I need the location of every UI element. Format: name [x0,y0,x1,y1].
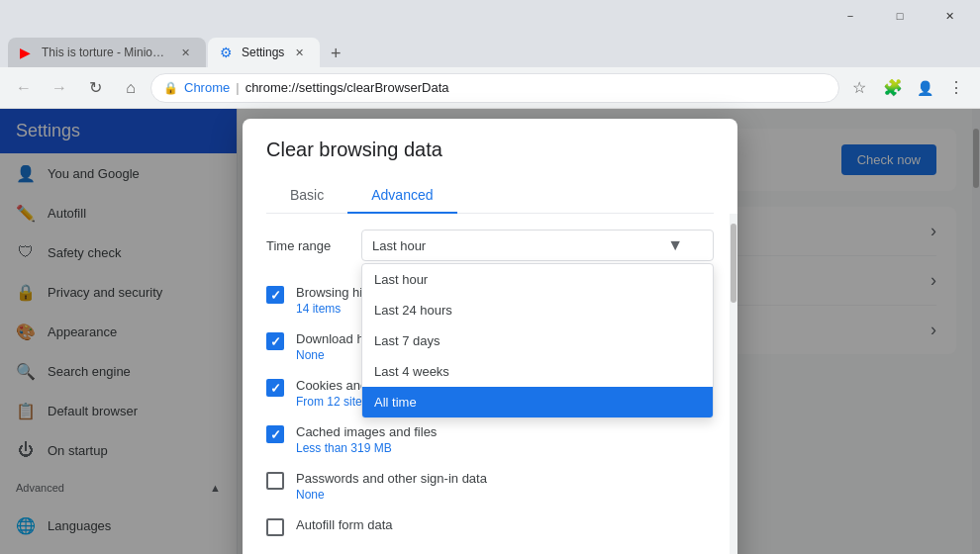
tab-basic[interactable]: Basic [266,177,347,213]
title-bar: − □ ✕ [0,0,980,32]
checkbox-passwords[interactable] [266,472,284,490]
checkbox-content-cached: Cached images and files Less than 319 MB [296,424,714,455]
time-range-row: Time range Last hour ▼ Last hour Last 24… [266,230,714,261]
time-range-select[interactable]: Last hour ▼ [361,230,714,261]
main-layout: Settings 👤 You and Google ✏️ Autofill 🛡 … [0,109,980,554]
clear-browsing-data-dialog: Clear browsing data Basic Advanced Time … [243,119,737,554]
dialog-title: Clear browsing data [266,138,714,161]
checkmark-icon-4: ✓ [270,427,281,442]
checkbox-sublabel-passwords: None [296,488,714,502]
address-bar[interactable]: 🔒 Chrome | chrome://settings/clearBrowse… [150,73,839,103]
reload-button[interactable]: ↻ [79,72,111,104]
select-chevron-icon: ▼ [667,236,683,254]
address-domain: Chrome [184,80,230,95]
checkbox-cached[interactable]: ✓ [266,425,284,443]
option-last-7-days[interactable]: Last 7 days [362,325,713,356]
time-range-dropdown: Last hour Last 24 hours Last 7 days Last… [361,263,714,418]
option-last-hour[interactable]: Last hour [362,264,713,295]
option-all-time[interactable]: All time [362,387,713,417]
checkmark-icon-2: ✓ [270,334,281,349]
checkbox-autofill[interactable] [266,518,284,536]
address-path: chrome://settings/clearBrowserData [245,80,827,95]
checkbox-row-autofill: Autofill form data [266,509,714,544]
time-range-label: Time range [266,238,345,253]
tab-settings[interactable]: ⚙ Settings ✕ [208,38,320,67]
settings-favicon: ⚙ [220,45,236,60]
minimize-button[interactable]: − [828,0,873,32]
tab-youtube-title: This is torture - Minions - YouTu... [42,46,170,59]
tab-settings-close[interactable]: ✕ [290,44,308,61]
toolbar-right: ☆ 🧩 👤 ⋮ [843,72,972,104]
window-controls: − □ ✕ [828,0,972,32]
home-button[interactable]: ⌂ [115,72,147,104]
avatar-button[interactable]: 👤 [911,74,938,102]
checkbox-cookies[interactable]: ✓ [266,379,284,397]
close-button[interactable]: ✕ [927,0,972,32]
tab-youtube[interactable]: ▶ This is torture - Minions - YouTu... ✕ [8,38,206,67]
bookmark-button[interactable]: ☆ [843,72,875,104]
checkbox-sublabel-cached: Less than 319 MB [296,441,714,455]
dialog-body: Time range Last hour ▼ Last hour Last 24… [243,214,737,554]
new-tab-button[interactable]: + [322,40,349,67]
time-range-value: Last hour [372,238,426,253]
checkbox-content-passwords: Passwords and other sign-in data None [296,471,714,502]
checkbox-label-cached: Cached images and files [296,424,714,439]
youtube-favicon: ▶ [20,45,36,60]
modal-overlay: Clear browsing data Basic Advanced Time … [0,109,980,554]
menu-button[interactable]: ⋮ [940,72,972,104]
toolbar: ← → ↻ ⌂ 🔒 Chrome | chrome://settings/cle… [0,67,980,109]
tab-advanced[interactable]: Advanced [347,177,456,213]
dialog-header: Clear browsing data Basic Advanced [243,119,737,214]
tab-settings-title: Settings [242,46,284,59]
option-last-4-weeks[interactable]: Last 4 weeks [362,356,713,387]
checkbox-content-autofill: Autofill form data [296,517,714,532]
dialog-scrollbar-thumb [731,224,736,303]
dialog-scrollbar[interactable] [730,214,737,554]
extensions-button[interactable]: 🧩 [877,72,909,104]
forward-button[interactable]: → [44,72,75,104]
time-range-select-wrapper: Last hour ▼ Last hour Last 24 hours Last… [361,230,714,261]
checkbox-download-history[interactable]: ✓ [266,332,284,350]
tab-bar: ▶ This is torture - Minions - YouTu... ✕… [0,32,980,67]
tab-youtube-close[interactable]: ✕ [176,44,194,61]
checkmark-icon-3: ✓ [270,381,281,396]
checkbox-row-passwords: Passwords and other sign-in data None [266,463,714,509]
checkbox-row-cached: ✓ Cached images and files Less than 319 … [266,416,714,463]
checkbox-label-autofill: Autofill form data [296,517,714,532]
maximize-button[interactable]: □ [877,0,923,32]
address-divider: | [236,80,239,95]
back-button[interactable]: ← [8,72,40,104]
option-last-24-hours[interactable]: Last 24 hours [362,295,713,325]
dialog-tabs: Basic Advanced [266,177,714,214]
checkbox-label-passwords: Passwords and other sign-in data [296,471,714,486]
checkmark-icon: ✓ [270,288,281,303]
lock-icon: 🔒 [163,81,178,95]
checkbox-browsing-history[interactable]: ✓ [266,286,284,304]
